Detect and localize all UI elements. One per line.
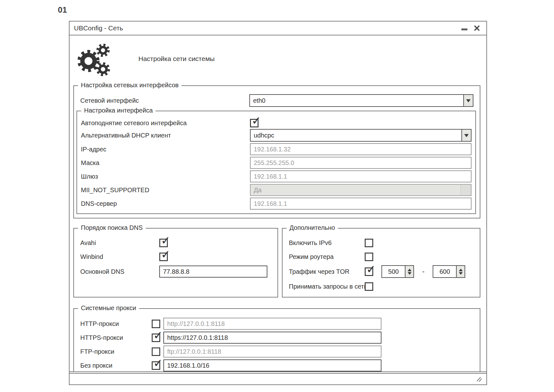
ipv6-checkbox[interactable]: ✓ bbox=[365, 239, 373, 247]
dhcp-client-select[interactable]: udhcpc bbox=[250, 129, 472, 142]
network-interface-value: eth0 bbox=[250, 95, 463, 106]
check-icon: ✓ bbox=[153, 372, 163, 372]
group-dns-search-order-legend: Порядок поиска DNS bbox=[78, 224, 146, 231]
accept-requests-checkbox[interactable]: ✓ bbox=[365, 282, 373, 291]
gateway-field[interactable]: 192.168.1.1 bbox=[250, 170, 472, 182]
page-number-label: 01 bbox=[58, 5, 67, 15]
http-proxy-checkbox[interactable]: ✓ bbox=[152, 320, 160, 328]
tor-traffic-label: Траффик через TOR bbox=[289, 268, 365, 275]
netmask-label: Маска bbox=[81, 159, 250, 167]
dropdown-button[interactable] bbox=[463, 95, 473, 106]
spin-up-icon bbox=[459, 267, 463, 271]
status-bar bbox=[70, 373, 486, 384]
spin-down-icon bbox=[408, 272, 411, 277]
auto-up-checkbox[interactable]: ✓ bbox=[250, 119, 259, 127]
row-ipv6: Включить IPv6 ✓ bbox=[289, 237, 473, 248]
network-interface-select[interactable]: eth0 bbox=[249, 94, 473, 107]
dns-server-field[interactable]: 192.168.1.1 bbox=[250, 198, 472, 210]
check-icon: ✓ bbox=[153, 330, 163, 341]
group-additional-legend: Дополнительно bbox=[287, 224, 338, 231]
group-system-proxies-legend: Системные прокси bbox=[78, 304, 139, 312]
ip-address-label: IP-адрес bbox=[81, 146, 250, 153]
https-proxy-field[interactable]: https://127.0.0.1:8118 bbox=[163, 332, 381, 344]
dhcp-client-value: udhcpc bbox=[251, 130, 461, 141]
tor-port-to-value: 600 bbox=[433, 266, 456, 277]
dropdown-button[interactable] bbox=[461, 130, 471, 141]
dialog-title: Настройка сети системы bbox=[138, 55, 215, 63]
tor-port-from-value: 500 bbox=[382, 266, 405, 277]
check-icon: ✓ bbox=[161, 249, 170, 260]
tor-traffic-checkbox[interactable]: ✓ bbox=[365, 267, 373, 276]
https-proxy-checkbox[interactable]: ✓ bbox=[152, 334, 160, 342]
primary-dns-label: Основной DNS bbox=[80, 268, 159, 275]
group-network-interfaces: Настройка сетевых интерфейсов Сетевой ин… bbox=[73, 85, 480, 218]
row-dns-server: DNS-сервер 192.168.1.1 bbox=[81, 198, 472, 210]
minimize-button[interactable] bbox=[458, 23, 471, 33]
ipv6-label: Включить IPv6 bbox=[289, 239, 365, 247]
row-avahi: Avahi ✓ bbox=[80, 237, 271, 248]
primary-dns-field[interactable]: 77.88.8.8 bbox=[159, 266, 267, 278]
close-button[interactable] bbox=[471, 23, 483, 33]
chevron-down-icon bbox=[466, 99, 471, 105]
port-range-separator: - bbox=[422, 267, 424, 276]
row-tor-traffic: Траффик через TOR ✓ 500 - 600 bbox=[289, 265, 473, 278]
ftp-proxy-checkbox[interactable]: ✓ bbox=[152, 347, 160, 356]
row-ip-address: IP-адрес 192.168.1.32 bbox=[81, 143, 472, 155]
close-icon bbox=[473, 24, 481, 32]
mii-not-supported-field: Да bbox=[250, 184, 472, 196]
row-winbind: Winbind ✓ bbox=[80, 251, 271, 262]
router-mode-label: Режим роутера bbox=[289, 253, 365, 260]
spinner-buttons[interactable] bbox=[456, 266, 465, 277]
tor-port-from-spinner[interactable]: 500 bbox=[381, 265, 414, 278]
row-ftp-proxy: FTP-прокси ✓ ftp://127.0.0.1:8118 bbox=[80, 346, 473, 358]
row-auto-up: Автоподнятие сетевого интерфейса ✓ bbox=[81, 119, 472, 127]
http-proxy-field[interactable]: http://127.0.0.1:8118 bbox=[163, 318, 381, 330]
dhcp-client-label: Альтернативный DHCP клиент bbox=[81, 132, 250, 139]
router-mode-checkbox[interactable]: ✓ bbox=[365, 253, 373, 261]
dialog-header: Настройка сети системы bbox=[75, 40, 480, 78]
spin-down-icon bbox=[459, 272, 463, 277]
spinner-buttons[interactable] bbox=[405, 266, 413, 277]
accept-requests-label: Принимать запросы в сети bbox=[289, 283, 365, 290]
ftp-proxy-field[interactable]: ftp://127.0.0.1:8118 bbox=[163, 346, 381, 358]
auto-up-label: Автоподнятие сетевого интерфейса bbox=[81, 119, 250, 127]
no-proxy-label: Без прокси bbox=[80, 362, 152, 369]
group-interface-settings: Настройка интерфейса Автоподнятие сетево… bbox=[76, 111, 476, 214]
https-proxy-label: HTTPS-прокси bbox=[80, 334, 152, 341]
window-title: UBConfig - Сеть bbox=[74, 24, 458, 32]
minimize-icon bbox=[461, 28, 467, 30]
group-interface-settings-legend: Настройка интерфейса bbox=[81, 107, 155, 114]
row-netmask: Маска 255.255.255.0 bbox=[81, 157, 472, 169]
row-gateway: Шлюз 192.168.1.1 bbox=[81, 170, 472, 182]
dns-server-label: DNS-сервер bbox=[81, 200, 250, 207]
check-icon: ✓ bbox=[153, 358, 163, 369]
check-icon: ✓ bbox=[161, 235, 170, 246]
row-router-mode: Режим роутера ✓ bbox=[289, 251, 473, 262]
tor-port-to-spinner[interactable]: 600 bbox=[433, 265, 465, 278]
network-interface-label: Сетевой интерфейс bbox=[80, 97, 249, 104]
ftp-proxy-label: FTP-прокси bbox=[80, 348, 152, 355]
group-dns-search-order: Порядок поиска DNS Avahi ✓ Winbind ✓ Осн… bbox=[73, 228, 278, 297]
row-http-proxy: HTTP-прокси ✓ http://127.0.0.1:8118 bbox=[80, 318, 473, 330]
winbind-checkbox[interactable]: ✓ bbox=[159, 253, 168, 261]
winbind-label: Winbind bbox=[80, 253, 159, 260]
window-content: Настройка сети системы Настройка сетевых… bbox=[70, 35, 486, 372]
row-network-interface: Сетевой интерфейс eth0 bbox=[80, 94, 473, 107]
ubconfig-window: UBConfig - Сеть Наст bbox=[69, 21, 487, 385]
no-proxy-field[interactable]: 192.168.1.0/16 bbox=[163, 359, 381, 371]
http-proxy-label: HTTP-прокси bbox=[80, 320, 152, 328]
avahi-label: Avahi bbox=[80, 239, 159, 247]
resize-grip-icon[interactable] bbox=[476, 376, 483, 383]
ip-address-field[interactable]: 192.168.1.32 bbox=[250, 143, 472, 155]
middle-groups-row: Порядок поиска DNS Avahi ✓ Winbind ✓ Осн… bbox=[73, 228, 480, 297]
group-additional: Дополнительно Включить IPv6 ✓ Режим роут… bbox=[282, 228, 480, 297]
spin-up-icon bbox=[408, 267, 411, 271]
netmask-field[interactable]: 255.255.255.0 bbox=[250, 157, 472, 169]
group-system-proxies: Системные прокси HTTP-прокси ✓ http://12… bbox=[73, 308, 480, 372]
title-bar: UBConfig - Сеть bbox=[70, 21, 486, 35]
check-icon: ✓ bbox=[252, 115, 261, 126]
check-icon: ✓ bbox=[366, 264, 376, 275]
avahi-checkbox[interactable]: ✓ bbox=[159, 239, 168, 247]
row-dhcp-client: Альтернативный DHCP клиент udhcpc bbox=[81, 129, 472, 142]
no-proxy-checkbox[interactable]: ✓ bbox=[152, 361, 160, 370]
